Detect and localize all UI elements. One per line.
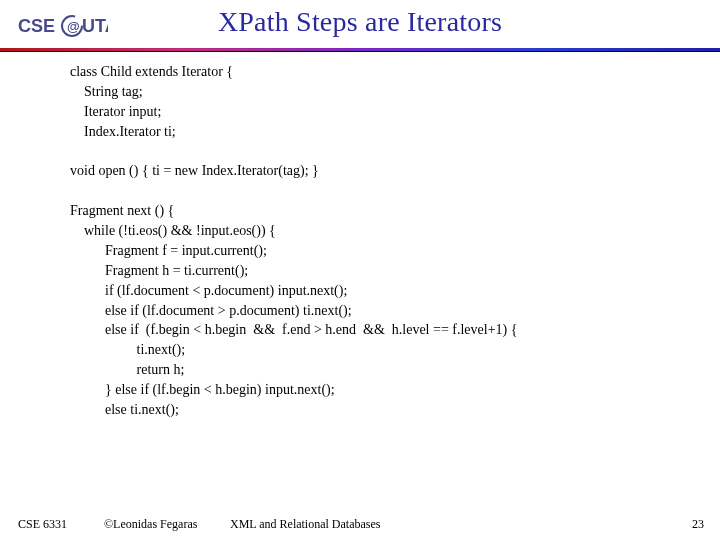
code-block: class Child extends Iterator { String ta… — [70, 62, 690, 420]
title-rule — [0, 48, 720, 52]
footer-copyright: ©Leonidas Fegaras — [104, 517, 197, 532]
footer-title: XML and Relational Databases — [230, 517, 381, 532]
slide-title: XPath Steps are Iterators — [0, 6, 720, 38]
footer-course: CSE 6331 — [18, 517, 67, 532]
footer-page-number: 23 — [692, 517, 704, 532]
